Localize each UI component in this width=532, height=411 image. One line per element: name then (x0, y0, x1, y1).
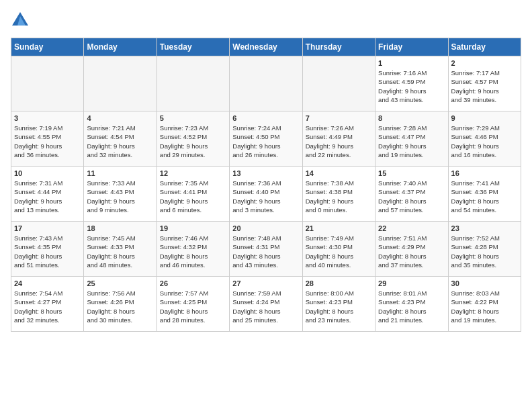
calendar-cell (230, 56, 302, 111)
day-info: Sunrise: 7:41 AM Sunset: 4:36 PM Dayligh… (451, 179, 518, 214)
day-number: 1 (378, 59, 445, 67)
calendar-cell: 25Sunrise: 7:56 AM Sunset: 4:26 PM Dayli… (84, 277, 157, 332)
calendar-cell (302, 56, 375, 111)
day-number: 30 (451, 279, 518, 287)
weekday-header-wednesday: Wednesday (230, 38, 302, 56)
day-info: Sunrise: 7:45 AM Sunset: 4:33 PM Dayligh… (87, 234, 153, 269)
weekday-header-friday: Friday (375, 38, 448, 56)
calendar-cell: 2Sunrise: 7:17 AM Sunset: 4:57 PM Daylig… (448, 56, 521, 111)
day-number: 15 (378, 169, 445, 177)
day-number: 11 (87, 169, 153, 177)
calendar-cell: 3Sunrise: 7:19 AM Sunset: 4:55 PM Daylig… (11, 111, 84, 167)
day-number: 24 (14, 279, 81, 287)
calendar-cell: 6Sunrise: 7:24 AM Sunset: 4:50 PM Daylig… (230, 111, 302, 167)
calendar-cell: 10Sunrise: 7:31 AM Sunset: 4:44 PM Dayli… (11, 167, 84, 222)
day-info: Sunrise: 7:40 AM Sunset: 4:37 PM Dayligh… (378, 179, 445, 214)
weekday-header-thursday: Thursday (302, 38, 375, 56)
day-number: 4 (87, 114, 153, 122)
calendar-week-3: 17Sunrise: 7:43 AM Sunset: 4:35 PM Dayli… (11, 222, 521, 277)
day-number: 12 (160, 169, 226, 177)
calendar-cell: 20Sunrise: 7:48 AM Sunset: 4:31 PM Dayli… (230, 222, 302, 277)
day-info: Sunrise: 7:52 AM Sunset: 4:28 PM Dayligh… (451, 234, 518, 269)
day-number: 26 (160, 279, 226, 287)
calendar-table: SundayMondayTuesdayWednesdayThursdayFrid… (11, 38, 521, 332)
day-info: Sunrise: 7:29 AM Sunset: 4:46 PM Dayligh… (451, 124, 518, 159)
calendar-cell (84, 56, 157, 111)
day-info: Sunrise: 7:46 AM Sunset: 4:32 PM Dayligh… (160, 234, 226, 269)
day-info: Sunrise: 7:23 AM Sunset: 4:52 PM Dayligh… (160, 124, 226, 159)
calendar-cell: 9Sunrise: 7:29 AM Sunset: 4:46 PM Daylig… (448, 111, 521, 167)
calendar-cell: 13Sunrise: 7:36 AM Sunset: 4:40 PM Dayli… (230, 167, 302, 222)
day-number: 18 (87, 224, 153, 232)
day-number: 17 (14, 224, 81, 232)
day-number: 6 (232, 114, 299, 122)
day-info: Sunrise: 7:21 AM Sunset: 4:54 PM Dayligh… (87, 124, 153, 159)
day-info: Sunrise: 8:03 AM Sunset: 4:22 PM Dayligh… (451, 289, 518, 324)
calendar-cell: 21Sunrise: 7:49 AM Sunset: 4:30 PM Dayli… (302, 222, 375, 277)
day-info: Sunrise: 7:59 AM Sunset: 4:24 PM Dayligh… (232, 289, 299, 324)
calendar-cell: 19Sunrise: 7:46 AM Sunset: 4:32 PM Dayli… (157, 222, 229, 277)
day-number: 7 (306, 114, 372, 122)
calendar-cell: 26Sunrise: 7:57 AM Sunset: 4:25 PM Dayli… (157, 277, 229, 332)
day-info: Sunrise: 7:36 AM Sunset: 4:40 PM Dayligh… (232, 179, 299, 214)
day-info: Sunrise: 7:35 AM Sunset: 4:41 PM Dayligh… (160, 179, 226, 214)
weekday-header-row: SundayMondayTuesdayWednesdayThursdayFrid… (11, 38, 521, 56)
day-info: Sunrise: 8:01 AM Sunset: 4:23 PM Dayligh… (378, 289, 445, 324)
calendar-cell: 4Sunrise: 7:21 AM Sunset: 4:54 PM Daylig… (84, 111, 157, 167)
calendar-cell: 8Sunrise: 7:28 AM Sunset: 4:47 PM Daylig… (375, 111, 448, 167)
day-info: Sunrise: 7:24 AM Sunset: 4:50 PM Dayligh… (232, 124, 299, 159)
day-info: Sunrise: 7:33 AM Sunset: 4:43 PM Dayligh… (87, 179, 153, 214)
calendar-cell: 22Sunrise: 7:51 AM Sunset: 4:29 PM Dayli… (375, 222, 448, 277)
calendar-cell: 11Sunrise: 7:33 AM Sunset: 4:43 PM Dayli… (84, 167, 157, 222)
calendar-cell: 1Sunrise: 7:16 AM Sunset: 4:59 PM Daylig… (375, 56, 448, 111)
calendar-cell: 18Sunrise: 7:45 AM Sunset: 4:33 PM Dayli… (84, 222, 157, 277)
day-number: 3 (14, 114, 81, 122)
calendar-week-1: 3Sunrise: 7:19 AM Sunset: 4:55 PM Daylig… (11, 111, 521, 167)
logo-icon (11, 11, 30, 30)
day-info: Sunrise: 8:00 AM Sunset: 4:23 PM Dayligh… (306, 289, 372, 324)
day-info: Sunrise: 7:54 AM Sunset: 4:27 PM Dayligh… (14, 289, 81, 324)
day-info: Sunrise: 7:48 AM Sunset: 4:31 PM Dayligh… (232, 234, 299, 269)
day-info: Sunrise: 7:38 AM Sunset: 4:38 PM Dayligh… (306, 179, 372, 214)
weekday-header-sunday: Sunday (11, 38, 84, 56)
calendar-cell: 24Sunrise: 7:54 AM Sunset: 4:27 PM Dayli… (11, 277, 84, 332)
calendar-week-0: 1Sunrise: 7:16 AM Sunset: 4:59 PM Daylig… (11, 56, 521, 111)
weekday-header-monday: Monday (84, 38, 157, 56)
day-info: Sunrise: 7:28 AM Sunset: 4:47 PM Dayligh… (378, 124, 445, 159)
calendar-cell: 17Sunrise: 7:43 AM Sunset: 4:35 PM Dayli… (11, 222, 84, 277)
calendar-cell: 16Sunrise: 7:41 AM Sunset: 4:36 PM Dayli… (448, 167, 521, 222)
day-info: Sunrise: 7:19 AM Sunset: 4:55 PM Dayligh… (14, 124, 81, 159)
day-number: 8 (378, 114, 445, 122)
day-number: 29 (378, 279, 445, 287)
day-info: Sunrise: 7:56 AM Sunset: 4:26 PM Dayligh… (87, 289, 153, 324)
calendar-week-2: 10Sunrise: 7:31 AM Sunset: 4:44 PM Dayli… (11, 167, 521, 222)
day-info: Sunrise: 7:57 AM Sunset: 4:25 PM Dayligh… (160, 289, 226, 324)
calendar-cell: 14Sunrise: 7:38 AM Sunset: 4:38 PM Dayli… (302, 167, 375, 222)
calendar-cell: 29Sunrise: 8:01 AM Sunset: 4:23 PM Dayli… (375, 277, 448, 332)
calendar-cell: 5Sunrise: 7:23 AM Sunset: 4:52 PM Daylig… (157, 111, 229, 167)
day-info: Sunrise: 7:17 AM Sunset: 4:57 PM Dayligh… (451, 68, 518, 104)
calendar-cell: 23Sunrise: 7:52 AM Sunset: 4:28 PM Dayli… (448, 222, 521, 277)
day-number: 28 (306, 279, 372, 287)
day-number: 25 (87, 279, 153, 287)
calendar-cell (11, 56, 84, 111)
day-info: Sunrise: 7:31 AM Sunset: 4:44 PM Dayligh… (14, 179, 81, 214)
day-number: 9 (451, 114, 518, 122)
day-number: 13 (232, 169, 299, 177)
day-number: 10 (14, 169, 81, 177)
day-info: Sunrise: 7:16 AM Sunset: 4:59 PM Dayligh… (378, 68, 445, 104)
day-number: 16 (451, 169, 518, 177)
calendar-cell: 12Sunrise: 7:35 AM Sunset: 4:41 PM Dayli… (157, 167, 229, 222)
calendar-cell: 7Sunrise: 7:26 AM Sunset: 4:49 PM Daylig… (302, 111, 375, 167)
page-container: SundayMondayTuesdayWednesdayThursdayFrid… (0, 0, 532, 337)
weekday-header-saturday: Saturday (448, 38, 521, 56)
day-info: Sunrise: 7:51 AM Sunset: 4:29 PM Dayligh… (378, 234, 445, 269)
calendar-cell (157, 56, 229, 111)
day-info: Sunrise: 7:26 AM Sunset: 4:49 PM Dayligh… (306, 124, 372, 159)
day-info: Sunrise: 7:43 AM Sunset: 4:35 PM Dayligh… (14, 234, 81, 269)
calendar-week-4: 24Sunrise: 7:54 AM Sunset: 4:27 PM Dayli… (11, 277, 521, 332)
day-number: 14 (306, 169, 372, 177)
day-number: 27 (232, 279, 299, 287)
day-number: 2 (451, 59, 518, 67)
day-number: 22 (378, 224, 445, 232)
